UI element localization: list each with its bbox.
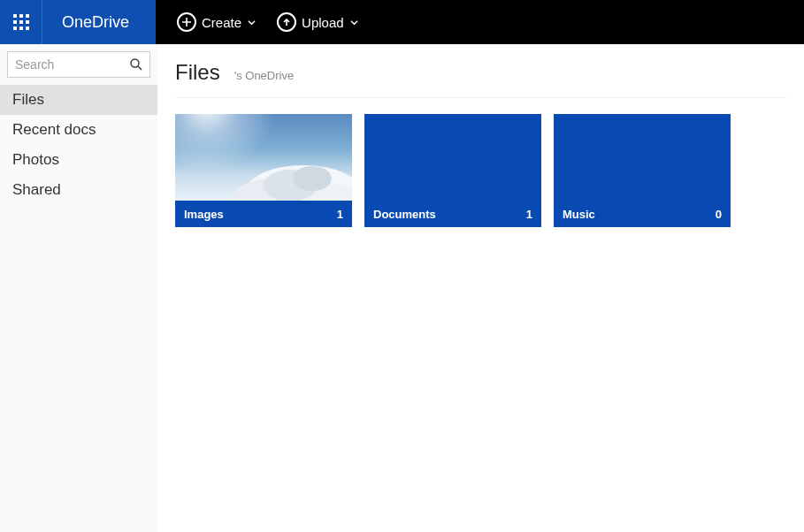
svg-rect-1 [19,14,23,18]
create-button[interactable]: Create [177,12,256,32]
brand-label[interactable]: OneDrive [42,0,156,44]
folder-bar: Documents 1 [364,201,541,227]
folder-bar: Images 1 [175,201,352,227]
upload-icon [277,12,296,32]
search-icon[interactable] [129,57,143,72]
grid-icon [13,14,29,30]
folder-name: Music [563,208,595,221]
sidebar-item-photos[interactable]: Photos [0,145,157,175]
chevron-down-icon [350,19,358,27]
sidebar-item-shared[interactable]: Shared [0,175,157,205]
folder-count: 1 [526,208,532,221]
page-title: Files [175,60,220,85]
create-label: Create [202,15,241,30]
folder-count: 1 [337,208,343,221]
toolbar-actions: Create Upload [156,0,358,44]
folder-thumbnail [364,114,541,201]
folder-bar: Music 0 [554,201,731,227]
folder-tile-images[interactable]: Images 1 [175,114,352,227]
folder-tile-documents[interactable]: Documents 1 [364,114,541,227]
heading-row: Files 's OneDrive [175,60,786,98]
svg-point-9 [131,59,139,67]
folder-thumbnail [554,114,731,201]
folder-thumbnail [175,114,352,201]
svg-rect-3 [13,20,17,24]
svg-rect-4 [19,20,23,24]
topbar: OneDrive Create Upload [0,0,804,44]
svg-rect-2 [26,14,29,18]
folder-name: Documents [373,208,436,221]
upload-label: Upload [302,15,344,30]
svg-rect-6 [13,27,17,30]
sidebar: Files Recent docs Photos Shared [0,44,157,532]
svg-rect-5 [26,20,29,24]
search-container [7,51,150,78]
plus-icon [177,12,196,32]
svg-rect-0 [13,14,17,18]
app-launcher-button[interactable] [0,0,42,44]
topbar-blue-section: OneDrive [0,0,156,44]
folder-tiles: Images 1 Documents 1 Music 0 [175,114,786,227]
breadcrumb-suffix: 's OneDrive [234,69,295,82]
main-content: Files 's OneDrive Images [157,44,804,532]
chevron-down-icon [248,19,256,27]
sidebar-item-files[interactable]: Files [0,85,157,115]
upload-button[interactable]: Upload [277,12,358,32]
svg-rect-7 [19,27,23,30]
cloud-image [175,143,352,201]
svg-rect-8 [26,27,29,30]
folder-count: 0 [716,208,722,221]
folder-tile-music[interactable]: Music 0 [554,114,731,227]
sidebar-item-recent-docs[interactable]: Recent docs [0,115,157,145]
svg-point-14 [293,166,332,191]
breadcrumb[interactable]: 's OneDrive [234,69,295,82]
folder-name: Images [184,208,224,221]
